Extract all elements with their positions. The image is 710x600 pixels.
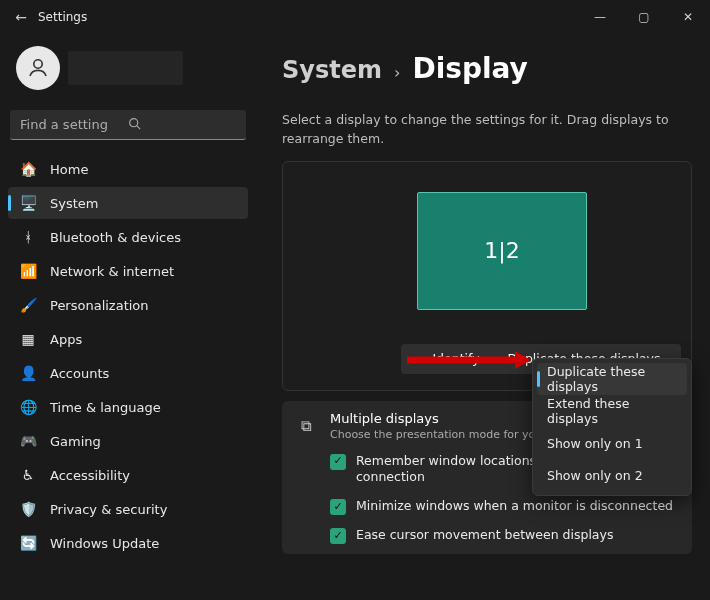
svg-point-0 bbox=[34, 60, 42, 68]
display-mode-menu[interactable]: Duplicate these displaysExtend these dis… bbox=[532, 358, 692, 496]
search-input[interactable]: Find a setting bbox=[10, 110, 246, 140]
sidebar-item-gaming[interactable]: 🎮Gaming bbox=[8, 425, 248, 457]
sidebar-item-label: Bluetooth & devices bbox=[50, 230, 181, 245]
checkbox-checked-icon[interactable]: ✓ bbox=[330, 499, 346, 515]
sidebar-item-label: Personalization bbox=[50, 298, 149, 313]
sidebar-item-label: Home bbox=[50, 162, 88, 177]
gaming-icon: 🎮 bbox=[20, 433, 36, 449]
svg-line-2 bbox=[137, 125, 140, 128]
sidebar-item-label: Accounts bbox=[50, 366, 109, 381]
windows-update-icon: 🔄 bbox=[20, 535, 36, 551]
sidebar-item-label: Accessibility bbox=[50, 468, 130, 483]
sidebar-item-home[interactable]: 🏠Home bbox=[8, 153, 248, 185]
maximize-button[interactable]: ▢ bbox=[622, 0, 666, 34]
sidebar-item-privacy-security[interactable]: 🛡️Privacy & security bbox=[8, 493, 248, 525]
sidebar-item-label: System bbox=[50, 196, 98, 211]
display-mode-option[interactable]: Show only on 2 bbox=[537, 459, 687, 491]
display-mode-option[interactable]: Extend these displays bbox=[537, 395, 687, 427]
minimize-disconnect-row[interactable]: ✓ Minimize windows when a monitor is dis… bbox=[296, 498, 678, 515]
breadcrumb-parent[interactable]: System bbox=[282, 56, 382, 84]
sidebar-item-apps[interactable]: ▦Apps bbox=[8, 323, 248, 355]
sidebar-item-label: Network & internet bbox=[50, 264, 174, 279]
bluetooth-devices-icon: ᚼ bbox=[20, 229, 36, 245]
sidebar-item-label: Time & language bbox=[50, 400, 161, 415]
search-icon bbox=[128, 117, 236, 133]
avatar bbox=[16, 46, 60, 90]
breadcrumb: System › Display bbox=[282, 52, 692, 85]
chevron-right-icon: › bbox=[394, 63, 400, 82]
display-mode-option[interactable]: Show only on 1 bbox=[537, 427, 687, 459]
system-icon: 🖥️ bbox=[20, 195, 36, 211]
window-chrome: ← Settings — ▢ ✕ bbox=[0, 0, 710, 34]
apps-icon: ▦ bbox=[20, 331, 36, 347]
sidebar-item-label: Windows Update bbox=[50, 536, 159, 551]
sidebar-item-personalization[interactable]: 🖌️Personalization bbox=[8, 289, 248, 321]
displays-icon: ⧉ bbox=[296, 417, 316, 435]
display-tile[interactable]: 1|2 bbox=[417, 192, 587, 310]
svg-point-1 bbox=[130, 118, 138, 126]
sidebar-item-label: Privacy & security bbox=[50, 502, 167, 517]
page-description: Select a display to change the settings … bbox=[282, 111, 692, 149]
sidebar-item-label: Gaming bbox=[50, 434, 101, 449]
sidebar: Find a setting 🏠Home🖥️SystemᚼBluetooth &… bbox=[0, 34, 256, 600]
checkbox-checked-icon[interactable]: ✓ bbox=[330, 454, 346, 470]
network-internet-icon: 📶 bbox=[20, 263, 36, 279]
minimize-button[interactable]: — bbox=[578, 0, 622, 34]
close-button[interactable]: ✕ bbox=[666, 0, 710, 34]
ease-cursor-row[interactable]: ✓ Ease cursor movement between displays bbox=[296, 527, 678, 544]
user-icon bbox=[26, 56, 50, 80]
checkbox-checked-icon[interactable]: ✓ bbox=[330, 528, 346, 544]
window-title: Settings bbox=[32, 10, 87, 24]
sidebar-item-label: Apps bbox=[50, 332, 82, 347]
sidebar-item-time-language[interactable]: 🌐Time & language bbox=[8, 391, 248, 423]
main-pane: System › Display Select a display to cha… bbox=[256, 34, 710, 600]
privacy-security-icon: 🛡️ bbox=[20, 501, 36, 517]
search-placeholder: Find a setting bbox=[20, 117, 128, 132]
personalization-icon: 🖌️ bbox=[20, 297, 36, 313]
sidebar-item-windows-update[interactable]: 🔄Windows Update bbox=[8, 527, 248, 559]
display-mode-option[interactable]: Duplicate these displays bbox=[537, 363, 687, 395]
check-label: Ease cursor movement between displays bbox=[356, 527, 613, 544]
nav: 🏠Home🖥️SystemᚼBluetooth & devices📶Networ… bbox=[6, 152, 250, 560]
sidebar-item-accessibility[interactable]: ♿Accessibility bbox=[8, 459, 248, 491]
accessibility-icon: ♿ bbox=[20, 467, 36, 483]
account-header[interactable] bbox=[6, 40, 250, 96]
sidebar-item-accounts[interactable]: 👤Accounts bbox=[8, 357, 248, 389]
page-title: Display bbox=[412, 52, 527, 85]
display-arranger[interactable]: 1|2 Identify Duplicate these displays ⌄ bbox=[282, 161, 692, 391]
sidebar-item-system[interactable]: 🖥️System bbox=[8, 187, 248, 219]
time-language-icon: 🌐 bbox=[20, 399, 36, 415]
back-button[interactable]: ← bbox=[10, 9, 32, 25]
accounts-icon: 👤 bbox=[20, 365, 36, 381]
identify-button[interactable]: Identify bbox=[401, 344, 511, 374]
home-icon: 🏠 bbox=[20, 161, 36, 177]
check-label: Minimize windows when a monitor is disco… bbox=[356, 498, 673, 515]
sidebar-item-network-internet[interactable]: 📶Network & internet bbox=[8, 255, 248, 287]
account-name-redacted bbox=[68, 51, 183, 85]
sidebar-item-bluetooth-devices[interactable]: ᚼBluetooth & devices bbox=[8, 221, 248, 253]
